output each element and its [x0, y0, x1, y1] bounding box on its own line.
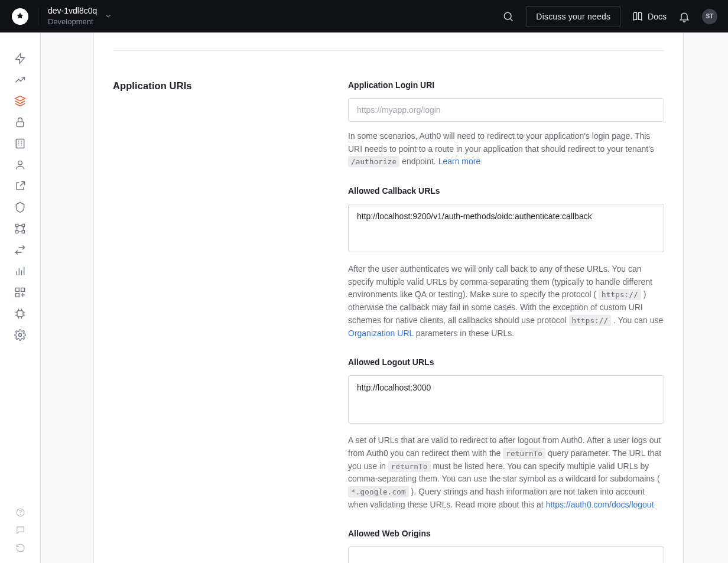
code-returnto-1: returnTo: [503, 448, 545, 459]
svg-point-12: [18, 161, 22, 165]
logout-textarea[interactable]: [348, 375, 664, 424]
discuss-button[interactable]: Discuss your needs: [526, 6, 620, 27]
svg-marker-3: [15, 96, 25, 101]
nav-security[interactable]: [9, 201, 31, 213]
nav-authentication[interactable]: [9, 116, 31, 128]
login-uri-label: Application Login URI: [348, 80, 664, 90]
login-uri-group: Application Login URI In some scenarios,…: [348, 80, 664, 168]
origins-group: Allowed Web Origins: [348, 529, 664, 563]
login-uri-input[interactable]: [348, 98, 664, 122]
organization-url-link[interactable]: Organization URL: [348, 328, 414, 338]
avatar[interactable]: ST: [702, 9, 717, 24]
content-card: Application URIs Application Login URI I…: [93, 32, 684, 563]
nav-branding[interactable]: [9, 180, 31, 192]
logout-group: Allowed Logout URLs A set of URLs that a…: [348, 357, 664, 511]
svg-rect-15: [16, 230, 18, 233]
code-wildcard: *.google.com: [348, 486, 409, 497]
help-icon[interactable]: [9, 506, 31, 518]
nav-extensions[interactable]: [9, 308, 31, 320]
nav-applications[interactable]: [9, 95, 31, 107]
svg-rect-28: [21, 288, 25, 292]
svg-line-1: [511, 18, 513, 21]
svg-point-0: [505, 12, 512, 19]
svg-rect-4: [17, 122, 24, 126]
history-icon[interactable]: [9, 542, 31, 554]
search-icon[interactable]: [502, 11, 514, 22]
svg-rect-29: [16, 294, 20, 297]
nav-activity[interactable]: [9, 74, 31, 86]
nav-organizations[interactable]: [9, 138, 31, 149]
code-https-2: https://: [569, 315, 612, 326]
top-header: dev-1vdl8c0q Development Discuss your ne…: [0, 0, 728, 32]
main-area: Application URIs Application Login URI I…: [41, 32, 728, 563]
book-icon: [632, 11, 643, 22]
svg-rect-32: [17, 311, 23, 317]
svg-rect-14: [22, 224, 24, 227]
nav-actions[interactable]: [9, 223, 31, 235]
chevron-down-icon: [104, 12, 112, 20]
nav-getting-started[interactable]: [9, 53, 31, 64]
nav-marketplace[interactable]: [9, 287, 31, 298]
login-uri-help: In some scenarios, Auth0 will need to re…: [348, 130, 664, 168]
nav-user-management[interactable]: [9, 159, 31, 171]
origins-textarea[interactable]: [348, 546, 664, 563]
nav-auth-pipeline[interactable]: [9, 244, 31, 256]
code-authorize: /authorize: [348, 156, 399, 167]
code-returnto-2: returnTo: [388, 461, 431, 472]
callback-help: After the user authenticates we will onl…: [348, 263, 664, 340]
callback-label: Allowed Callback URLs: [348, 186, 664, 196]
svg-rect-16: [22, 230, 24, 233]
svg-rect-5: [16, 139, 24, 148]
origins-label: Allowed Web Origins: [348, 529, 664, 538]
svg-point-41: [19, 334, 22, 337]
logout-label: Allowed Logout URLs: [348, 357, 664, 367]
docs-link[interactable]: Docs: [632, 11, 667, 22]
svg-rect-27: [16, 288, 20, 292]
docs-label: Docs: [648, 12, 667, 21]
nav-settings[interactable]: [9, 329, 31, 341]
svg-point-43: [20, 514, 21, 515]
logo-icon[interactable]: [12, 8, 28, 25]
divider: [113, 50, 664, 51]
logout-docs-link[interactable]: https://auth0.com/docs/logout: [546, 500, 654, 509]
tenant-env: Development: [48, 17, 97, 27]
feedback-icon[interactable]: [9, 524, 31, 536]
learn-more-link[interactable]: Learn more: [438, 157, 481, 166]
tenant-switcher[interactable]: dev-1vdl8c0q Development: [48, 6, 112, 26]
callback-group: Allowed Callback URLs After the user aut…: [348, 186, 664, 340]
code-https-1: https://: [599, 289, 641, 300]
callback-textarea[interactable]: [348, 204, 664, 252]
svg-marker-2: [16, 54, 25, 64]
nav-monitoring[interactable]: [9, 265, 31, 277]
svg-rect-13: [16, 224, 18, 227]
sidebar: [0, 32, 41, 563]
notifications-icon[interactable]: [678, 11, 690, 22]
tenant-name: dev-1vdl8c0q: [48, 6, 97, 16]
logout-help: A set of URLs that are valid to redirect…: [348, 434, 664, 511]
section-title: Application URIs: [113, 80, 324, 563]
divider: [38, 9, 38, 24]
